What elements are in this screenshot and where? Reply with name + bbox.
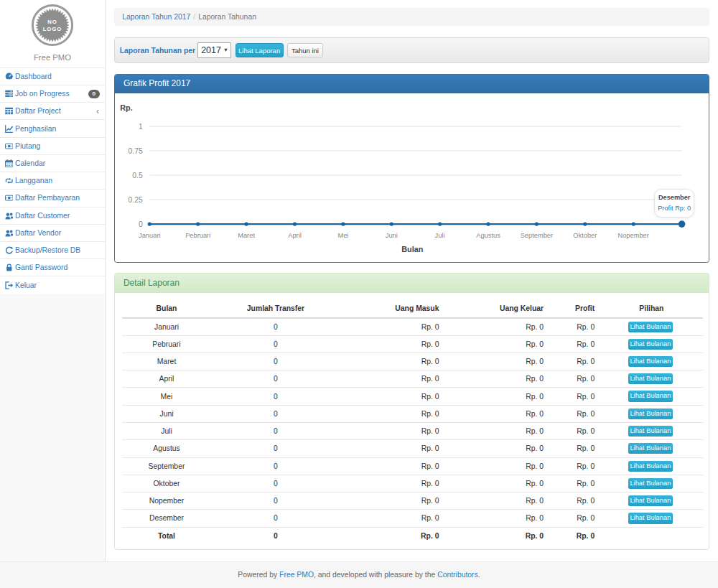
svg-text:1: 1	[139, 123, 143, 131]
svg-text:Pebruari: Pebruari	[185, 232, 210, 239]
svg-text:Nopember: Nopember	[617, 232, 648, 239]
svg-text:Bulan: Bulan	[401, 245, 423, 253]
svg-text:Juli: Juli	[434, 232, 444, 239]
svg-text:April: April	[288, 232, 302, 239]
svg-text:0.75: 0.75	[128, 147, 142, 155]
svg-text:September: September	[520, 232, 552, 239]
svg-text:Rp.: Rp.	[120, 103, 132, 112]
svg-text:NO: NO	[47, 19, 57, 25]
svg-text:Agustus: Agustus	[476, 232, 500, 239]
svg-text:Oktober: Oktober	[573, 232, 597, 239]
svg-text:LOGO: LOGO	[43, 26, 62, 32]
svg-text:0.25: 0.25	[128, 196, 142, 204]
svg-text:Januari: Januari	[139, 232, 161, 239]
svg-text:0: 0	[139, 220, 143, 228]
svg-text:Mei: Mei	[337, 232, 348, 239]
svg-text:0.5: 0.5	[132, 172, 143, 179]
svg-text:Maret: Maret	[238, 232, 255, 239]
svg-text:Juni: Juni	[385, 232, 397, 239]
